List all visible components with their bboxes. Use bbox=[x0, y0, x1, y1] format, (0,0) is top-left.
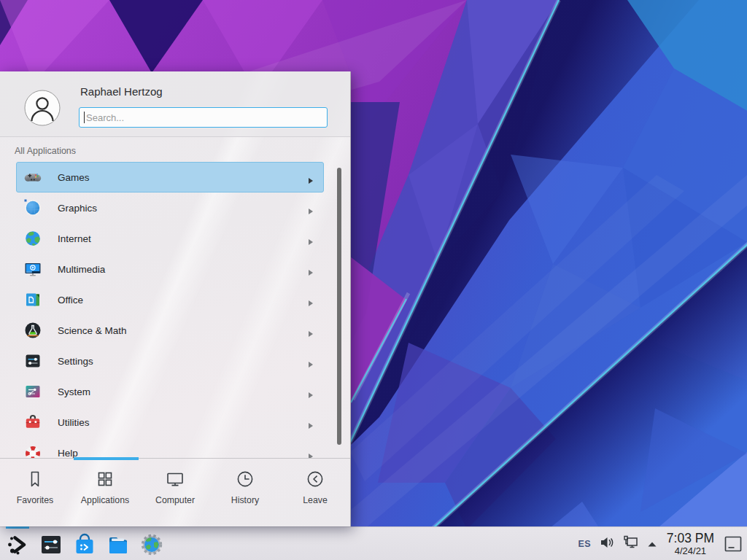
tab-history[interactable]: History bbox=[210, 459, 280, 526]
menu-item-system[interactable]: System bbox=[16, 376, 324, 407]
submenu-arrow-icon bbox=[308, 205, 314, 212]
clock-time: 7:03 PM bbox=[667, 532, 714, 545]
tab-label: History bbox=[231, 495, 259, 505]
submenu-arrow-icon bbox=[308, 358, 314, 365]
search-input[interactable] bbox=[79, 107, 328, 128]
tab-label: Leave bbox=[303, 495, 328, 505]
desktop: Raphael Hertzog All Applications bbox=[0, 0, 747, 560]
text-caret bbox=[84, 112, 85, 123]
settings-icon bbox=[24, 352, 42, 370]
volume-icon[interactable] bbox=[599, 534, 615, 553]
network-icon[interactable] bbox=[623, 534, 639, 553]
section-label: All Applications bbox=[15, 146, 76, 156]
launcher-open-indicator bbox=[6, 526, 29, 529]
tab-label: Favorites bbox=[17, 495, 54, 505]
submenu-arrow-icon bbox=[308, 450, 314, 457]
graphics-icon bbox=[24, 199, 42, 217]
tab-label: Computer bbox=[155, 495, 195, 505]
keyboard-layout-indicator[interactable]: ES bbox=[578, 539, 591, 549]
menu-item-label: Settings bbox=[58, 356, 93, 367]
tray-expander-button[interactable] bbox=[647, 537, 657, 551]
menu-item-label: System bbox=[58, 386, 90, 397]
menu-item-label: Help bbox=[58, 448, 78, 459]
internet-icon bbox=[24, 230, 42, 247]
menu-item-label: Science & Math bbox=[58, 325, 127, 336]
history-icon bbox=[235, 469, 255, 489]
menu-item-multimedia[interactable]: Multimedia bbox=[16, 254, 324, 284]
search-field-wrap bbox=[79, 107, 328, 128]
app-launcher-button[interactable] bbox=[6, 533, 29, 556]
science-icon bbox=[24, 322, 42, 339]
leave-icon bbox=[305, 469, 325, 489]
show-desktop-icon bbox=[724, 534, 743, 553]
dolphin-folder-icon bbox=[107, 533, 130, 556]
menu-item-label: Multimedia bbox=[58, 264, 105, 275]
submenu-arrow-icon bbox=[308, 266, 314, 273]
web-browser-button[interactable] bbox=[140, 533, 163, 556]
games-icon bbox=[24, 168, 42, 186]
menu-item-label: Games bbox=[58, 172, 90, 183]
menu-item-label: Internet bbox=[58, 233, 91, 244]
utilities-icon bbox=[24, 413, 42, 431]
tab-favorites[interactable]: Favorites bbox=[0, 459, 70, 526]
favorites-icon bbox=[25, 469, 45, 489]
menu-item-label: Utilities bbox=[58, 417, 90, 428]
application-launcher-popup: Raphael Hertzog All Applications bbox=[0, 71, 351, 526]
launcher-header: Raphael Hertzog bbox=[0, 71, 350, 137]
system-tray: ES 7:03 PM bbox=[578, 527, 743, 560]
menu-item-label: Office bbox=[58, 295, 83, 306]
system-settings-button[interactable] bbox=[39, 533, 63, 556]
active-tab-indicator bbox=[74, 457, 139, 460]
system-icon bbox=[24, 383, 42, 400]
tab-applications[interactable]: Applications bbox=[70, 459, 140, 526]
category-list: Games Graphics bbox=[0, 162, 350, 458]
submenu-arrow-icon bbox=[308, 419, 314, 427]
menu-item-office[interactable]: Office bbox=[16, 284, 324, 315]
kde-launcher-icon bbox=[6, 533, 29, 556]
chevron-up-icon bbox=[647, 540, 657, 548]
tab-leave[interactable]: Leave bbox=[280, 459, 350, 526]
user-avatar-icon[interactable] bbox=[24, 90, 61, 126]
menu-item-help[interactable]: Help bbox=[16, 438, 324, 458]
discover-button[interactable] bbox=[73, 533, 96, 556]
menu-item-label: Graphics bbox=[58, 203, 97, 214]
launcher-tabbar: Favorites Applications bbox=[0, 458, 350, 526]
show-desktop-button[interactable] bbox=[724, 534, 743, 553]
system-settings-icon bbox=[39, 533, 63, 556]
office-icon bbox=[24, 291, 42, 308]
submenu-arrow-icon bbox=[308, 297, 314, 304]
discover-icon bbox=[73, 533, 96, 556]
digital-clock[interactable]: 7:03 PM 4/24/21 bbox=[667, 532, 714, 556]
menu-item-utilities[interactable]: Utilities bbox=[16, 407, 324, 438]
web-browser-icon bbox=[140, 533, 163, 556]
taskbar-pinned-apps bbox=[6, 530, 163, 559]
multimedia-icon bbox=[24, 260, 42, 278]
submenu-arrow-icon bbox=[308, 174, 314, 182]
menu-item-internet[interactable]: Internet bbox=[16, 223, 324, 254]
taskbar: ES 7:03 PM bbox=[0, 526, 747, 560]
menu-item-science-math[interactable]: Science & Math bbox=[16, 315, 324, 346]
tab-computer[interactable]: Computer bbox=[140, 459, 210, 526]
help-icon bbox=[24, 444, 42, 458]
submenu-arrow-icon bbox=[308, 389, 314, 396]
tab-label: Applications bbox=[81, 495, 129, 505]
submenu-arrow-icon bbox=[308, 236, 314, 243]
submenu-arrow-icon bbox=[308, 327, 314, 335]
file-manager-button[interactable] bbox=[107, 533, 130, 556]
menu-item-graphics[interactable]: Graphics bbox=[16, 192, 324, 223]
clock-date: 4/24/21 bbox=[667, 546, 714, 556]
scrollbar-thumb[interactable] bbox=[337, 168, 341, 445]
computer-icon bbox=[165, 469, 185, 489]
user-name: Raphael Hertzog bbox=[80, 85, 163, 98]
applications-icon bbox=[95, 469, 115, 489]
menu-item-games[interactable]: Games bbox=[16, 162, 324, 192]
menu-item-settings[interactable]: Settings bbox=[16, 346, 324, 376]
